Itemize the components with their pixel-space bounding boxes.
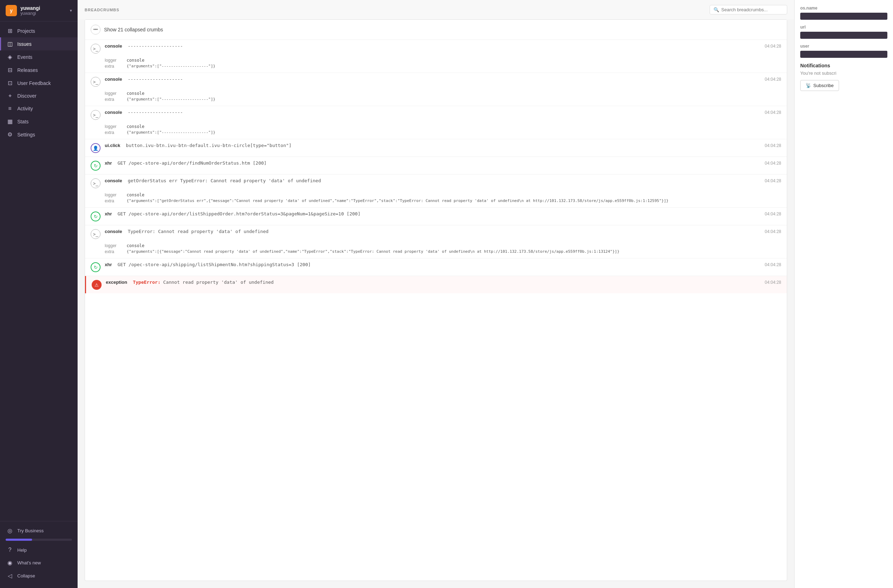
sidebar-item-try-business[interactable]: ◎ Try Business [0,524,78,537]
ui-click-icon: 👤 [91,143,101,153]
crumb-entry: >_ console TypeError: Cannot read proper… [85,225,787,258]
crumb-details: logger console extra {"arguments":["----… [85,57,787,73]
crumb-top-row: xhr GET /opec-store-api/order/listShippe… [105,211,781,216]
detail-label: extra [105,64,122,69]
whats-new-icon: ◉ [7,560,13,566]
crumb-type: ui.click [105,143,120,148]
collapsed-crumbs-row[interactable]: ••• Show 21 collapsed crumbs [85,20,787,40]
detail-label: logger [105,192,122,197]
settings-icon: ⚙ [7,131,13,138]
detail-value: {"arguments":["--------------------"]} [126,97,215,102]
crumb-entry: 👤 ui.click button.ivu-btn.ivu-btn-defaul… [85,139,787,157]
crumb-time: 04:04:28 [765,143,781,148]
crumb-content: console -------------------- 04:04:28 [105,76,781,82]
crumb-entry: ↻ xhr GET /opec-store-api/order/findNumO… [85,157,787,174]
sidebar-item-settings[interactable]: ⚙ Settings [0,128,78,141]
sidebar-item-issues[interactable]: ◫ Issues [0,38,78,50]
sidebar-item-label: Events [17,54,32,60]
crumb-message: -------------------- [128,110,183,115]
os-name-label: os.name [800,6,887,10]
search-box[interactable]: 🔍 [710,5,787,15]
crumb-main-row: >_ console -------------------- 04:04:28 [85,40,787,57]
detail-label: extra [105,130,122,135]
sidebar-item-collapse[interactable]: ◁ Collapse [0,569,78,582]
search-input[interactable] [721,7,783,12]
crumb-content: xhr GET /opec-store-api/order/findNumOrd… [105,160,781,166]
sidebar-item-whats-new[interactable]: ◉ What's new [0,556,78,569]
sidebar-item-user-feedback[interactable]: ⊡ User Feedback [0,76,78,90]
detail-value: console [126,124,144,129]
user-label: user [800,44,887,49]
crumb-top-row: console TypeError: Cannot read property … [105,229,781,234]
breadcrumbs-title: BREADCRUMBS [85,8,119,12]
sidebar-item-label: Collapse [17,573,35,579]
crumb-detail-row: extra {"arguments":["getOrderStatus err"… [105,198,781,203]
crumb-content: exception TypeError: Cannot read propert… [106,279,781,285]
crumb-time: 04:04:28 [765,77,781,82]
crumb-type: console [105,76,122,82]
crumb-detail-row: extra {"arguments":["-------------------… [105,97,781,102]
detail-label: logger [105,58,122,63]
sidebar-item-label: Try Business [17,528,44,533]
right-panel: os.name url user Notifications You're no… [794,0,893,588]
sidebar-item-stats[interactable]: ▦ Stats [0,115,78,128]
crumb-time: 04:04:28 [765,178,781,183]
crumb-message: GET /opec-store-api/order/listShippedOrd… [117,211,361,216]
sidebar-item-activity[interactable]: ≡ Activity [0,102,78,115]
sidebar-item-projects[interactable]: ⊞ Projects [0,24,78,38]
detail-value: {"arguments":[{"message":"Cannot read pr… [126,249,619,254]
sidebar-item-label: Issues [17,41,32,47]
crumb-content: console getOrderStatus err TypeError: Ca… [105,178,781,183]
sidebar-item-releases[interactable]: ⊟ Releases [0,63,78,76]
crumb-message: TypeError: Cannot read property 'data' o… [128,229,268,234]
content-area: BREADCRUMBS 🔍 ••• Show 21 collapsed crum… [78,0,893,588]
crumb-message: getOrderStatus err TypeError: Cannot rea… [128,178,321,183]
crumb-entry: ↻ xhr GET /opec-store-api/order/listShip… [85,208,787,225]
ellipsis-button[interactable]: ••• [91,25,101,34]
detail-value: console [126,91,144,96]
crumb-top-row: xhr GET /opec-store-api/order/findNumOrd… [105,160,781,166]
user-value-bar [800,51,887,58]
sidebar: y yuwangi yuwangi ▾ ⊞ Projects ◫ Issues … [0,0,78,588]
sidebar-item-help[interactable]: ? Help [0,544,78,556]
crumb-time: 04:04:28 [765,229,781,234]
crumb-main-row: ↻ xhr GET /opec-store-api/shipping/listS… [85,258,787,276]
crumb-content: ui.click button.ivu-btn.ivu-btn-default.… [105,143,781,148]
crumb-message: GET /opec-store-api/shipping/listShipmen… [117,262,311,267]
detail-label: logger [105,243,122,248]
detail-label: extra [105,198,122,203]
xhr-icon: ↻ [91,262,101,272]
sidebar-item-discover[interactable]: ⌖ Discover [0,90,78,102]
crumb-type: console [105,110,122,115]
crumb-details: logger console extra {"arguments":["----… [85,123,787,139]
crumb-top-row: console getOrderStatus err TypeError: Ca… [105,178,781,183]
breadcrumbs-panel: BREADCRUMBS 🔍 ••• Show 21 collapsed crum… [78,0,794,588]
crumb-top-row: console -------------------- 04:04:28 [105,44,781,49]
subscribe-button[interactable]: 📡 Subscribe [800,80,839,91]
crumb-message: TypeError: Cannot read property 'data' o… [133,279,274,285]
crumb-top-row: exception TypeError: Cannot read propert… [106,279,781,285]
detail-label: logger [105,91,122,96]
crumb-main-row: ↻ xhr GET /opec-store-api/order/listShip… [85,208,787,225]
crumb-content: xhr GET /opec-store-api/order/listShippe… [105,211,781,216]
crumb-content: console -------------------- 04:04:28 [105,44,781,49]
crumb-entry: >_ console -------------------- 04:04:28… [85,73,787,106]
sidebar-item-events[interactable]: ◈ Events [0,50,78,63]
crumb-detail-row: logger console [105,91,781,96]
crumb-type: xhr [105,262,112,267]
breadcrumbs-header: BREADCRUMBS 🔍 [78,0,794,20]
crumb-time: 04:04:28 [765,212,781,216]
sidebar-item-label: User Feedback [17,80,51,86]
crumb-type: xhr [105,160,112,166]
sidebar-item-label: Activity [17,106,33,111]
xhr-icon: ↻ [91,161,101,171]
detail-value: console [126,192,144,197]
crumb-details: logger console extra {"arguments":[{"mes… [85,243,787,258]
sidebar-header[interactable]: y yuwangi yuwangi ▾ [0,0,78,21]
crumb-type: exception [106,279,127,285]
crumb-main-row: 👤 ui.click button.ivu-btn.ivu-btn-defaul… [85,139,787,156]
crumb-message: -------------------- [128,44,183,49]
exception-message: Cannot read property 'data' of undefined [163,279,274,285]
collapsed-label: Show 21 collapsed crumbs [104,27,163,32]
url-value-bar [800,32,887,39]
